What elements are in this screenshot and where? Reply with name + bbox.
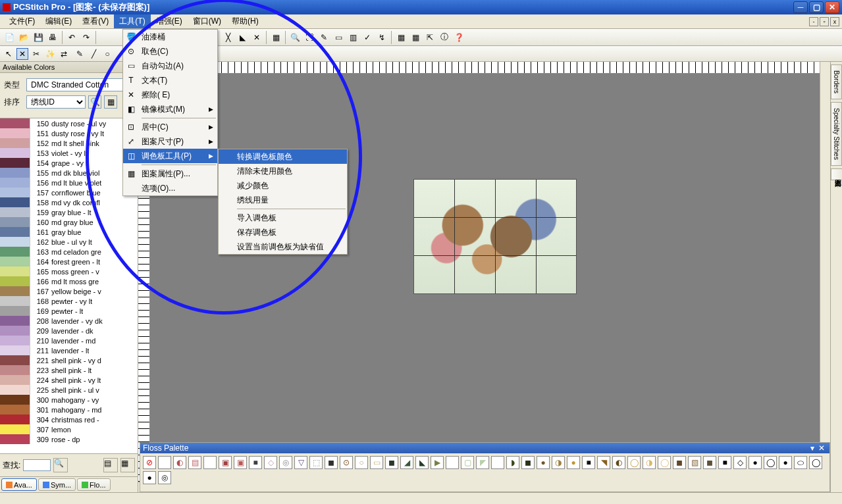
mdi-restore[interactable]: ▫	[820, 17, 829, 26]
stitch-half2-icon[interactable]: ╳	[221, 31, 234, 44]
tool-h-icon[interactable]: ⇱	[423, 31, 436, 44]
sort-select[interactable]: 绣线ID	[26, 95, 86, 109]
floss-cell[interactable]: ▽	[294, 456, 307, 469]
flip-icon[interactable]: ⇄	[58, 48, 70, 60]
color-row[interactable]: 167yellow beige - v	[0, 286, 138, 296]
floss-cell[interactable]: ◼	[385, 456, 398, 469]
color-row[interactable]: 160md gray blue	[0, 217, 138, 227]
color-row[interactable]: 165moss green - v	[0, 266, 138, 276]
floss-cell[interactable]: ▤	[188, 456, 201, 469]
color-row[interactable]: 166md lt moss gre	[0, 276, 138, 286]
floss-cell[interactable]: ◯	[627, 456, 641, 469]
redo-icon[interactable]: ↷	[80, 31, 93, 44]
menu-3[interactable]: 工具(T)	[114, 14, 150, 28]
grid-icon[interactable]: ▦	[269, 31, 282, 44]
color-row[interactable]: 309rose - dp	[0, 434, 138, 444]
floss-cell[interactable]: ◤	[476, 456, 489, 469]
tool-a-icon[interactable]: ✎	[317, 31, 330, 44]
scissors-icon[interactable]: ✂	[30, 48, 42, 60]
floss-cell[interactable]: ▢	[491, 456, 504, 469]
floss-cell[interactable]: ●	[749, 456, 762, 469]
color-row[interactable]: 157cornflower blue	[0, 188, 138, 197]
color-row[interactable]: 158md vy dk cornfl	[0, 197, 138, 207]
maximize-button[interactable]: ▢	[809, 1, 824, 13]
color-row[interactable]: 304christmas red -	[0, 415, 138, 424]
bottom-tab-0[interactable]: Ava...	[1, 478, 37, 491]
minimize-button[interactable]: ─	[793, 1, 808, 13]
bottom-tab-2[interactable]: Flo...	[77, 478, 110, 491]
stitch-quarter-icon[interactable]: ◣	[236, 31, 249, 44]
tools-menu-item[interactable]: ⤢图案尺寸(P)▶	[123, 134, 217, 149]
open-icon[interactable]: 📂	[17, 31, 30, 44]
scrollbar-vertical[interactable]	[820, 74, 830, 482]
menu-1[interactable]: 编辑(E)	[40, 14, 77, 28]
zoom-fit-icon[interactable]: ⛶	[303, 31, 316, 44]
circle-icon[interactable]: ○	[101, 48, 113, 60]
floss-cell[interactable]: ◥	[597, 456, 610, 469]
print-icon[interactable]: 🖶	[46, 31, 59, 44]
color-row[interactable]: 159gray blue - lt	[0, 207, 138, 217]
close-button[interactable]: ✕	[825, 1, 839, 13]
canvas[interactable]	[150, 74, 820, 482]
right-tab-2[interactable]: 图案浏览器	[831, 168, 842, 180]
floss-cell[interactable]: ◼	[673, 456, 686, 469]
color-row[interactable]: 163md celadon gre	[0, 247, 138, 257]
wand-icon[interactable]: ✨	[44, 48, 56, 60]
color-row[interactable]: 151dusty rose - vy lt	[0, 128, 138, 138]
floss-cell[interactable]: ⬭	[794, 456, 807, 469]
floss-cell[interactable]: ◼	[703, 456, 716, 469]
menu-2[interactable]: 查看(V)	[77, 14, 114, 28]
color-row[interactable]: 168pewter - vy lt	[0, 296, 138, 306]
floss-cell[interactable]: ◯	[764, 456, 777, 469]
floss-cell[interactable]: ■	[582, 456, 595, 469]
color-row[interactable]: 224shell pink - vy lt	[0, 375, 138, 385]
floss-cell[interactable]: ▧	[688, 456, 701, 469]
color-row[interactable]: 169pewter - lt	[0, 306, 138, 316]
mdi-close[interactable]: x	[830, 17, 839, 26]
color-row[interactable]: 301mahogany - md	[0, 405, 138, 415]
help-icon[interactable]: ❓	[452, 31, 465, 44]
menu-0[interactable]: 文件(F)	[4, 14, 40, 28]
stitch-back-icon[interactable]: ✕	[250, 31, 263, 44]
right-tab-0[interactable]: Borders	[831, 64, 842, 99]
tool-f-icon[interactable]: ▦	[394, 31, 408, 44]
palette-submenu-item[interactable]: 减少颜色	[219, 178, 347, 193]
list-opt1-button[interactable]: ▤	[103, 458, 118, 472]
color-list[interactable]: 150dusty rose - ul vy151dusty rose - vy …	[0, 118, 138, 453]
tool-d-icon[interactable]: ✓	[361, 31, 374, 44]
floss-cell[interactable]: ◎	[279, 456, 292, 469]
floss-close-icon[interactable]: ✕	[816, 443, 827, 453]
mdi-minimize[interactable]: -	[809, 17, 818, 26]
color-row[interactable]: 152md lt shell pink	[0, 138, 138, 148]
line-icon[interactable]: ╱	[88, 48, 99, 60]
color-row[interactable]: 223shell pink - lt	[0, 365, 138, 375]
floss-cell[interactable]: ◑	[552, 456, 565, 469]
floss-cell[interactable]: ◼	[325, 456, 338, 469]
tool-c-icon[interactable]: ▥	[346, 31, 359, 44]
tools-menu-item[interactable]: ✕擦除( E)	[123, 88, 217, 102]
palette-submenu-item[interactable]: 转换调色板颜色	[219, 149, 347, 164]
color-row[interactable]: 208lavender - vy dk	[0, 316, 138, 326]
floss-pin-icon[interactable]: ▾	[808, 443, 816, 453]
color-row[interactable]: 155md dk blue viol	[0, 168, 138, 178]
floss-cell[interactable]: ○	[355, 456, 368, 469]
pointer-icon[interactable]: ↖	[3, 48, 14, 60]
floss-cell[interactable]: ○	[158, 456, 171, 469]
color-row[interactable]: 156md lt blue violet	[0, 178, 138, 188]
search-go-button[interactable]: 🔍	[53, 458, 68, 472]
floss-cell[interactable]: ●	[567, 456, 580, 469]
tools-menu-item[interactable]: ▦图案属性(P)...	[123, 166, 217, 181]
tool-i-icon[interactable]: ⓘ	[438, 31, 451, 44]
tools-menu-item[interactable]: ◫调色板工具(P)▶	[123, 149, 217, 163]
right-tab-1[interactable]: Specialty Stitches	[831, 102, 842, 166]
floss-cell[interactable]: ▶	[431, 456, 444, 469]
undo-icon[interactable]: ↶	[65, 31, 78, 44]
floss-cell[interactable]: ▣	[219, 456, 232, 469]
type-select[interactable]: DMC Stranded Cotton	[26, 78, 134, 91]
palette-submenu-item[interactable]: 设置当前调色板为缺省值	[219, 239, 347, 254]
color-row[interactable]: 209lavender - dk	[0, 326, 138, 336]
palette-submenu-item[interactable]: 绣线用量	[219, 193, 347, 207]
color-row[interactable]: 225shell pink - ul v	[0, 385, 138, 395]
palette-submenu-item[interactable]: 保存调色板	[219, 225, 347, 239]
color-row[interactable]: 153violet - vy lt	[0, 148, 138, 158]
